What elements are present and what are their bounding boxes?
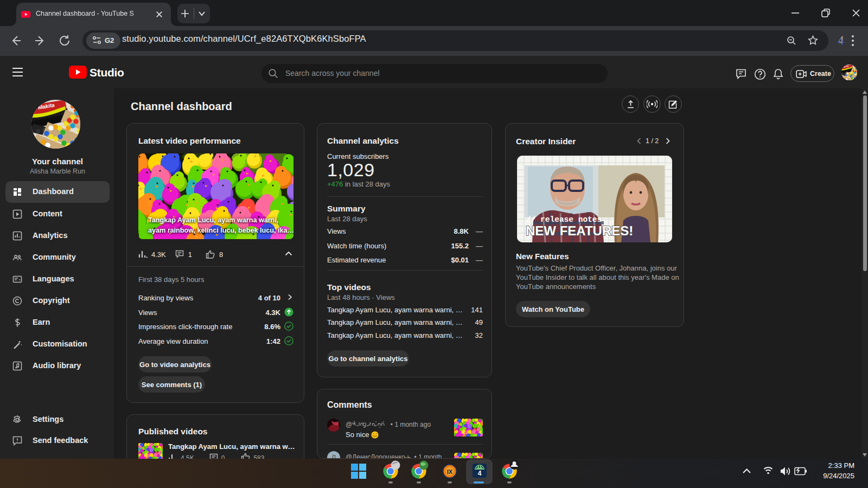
svg-text:4: 4 <box>478 470 482 477</box>
svg-text:// release notes: // release notes <box>526 215 602 224</box>
svg-text:IX: IX <box>447 468 453 475</box>
svg-text:NEW FEATURES!: NEW FEATURES! <box>526 223 633 238</box>
